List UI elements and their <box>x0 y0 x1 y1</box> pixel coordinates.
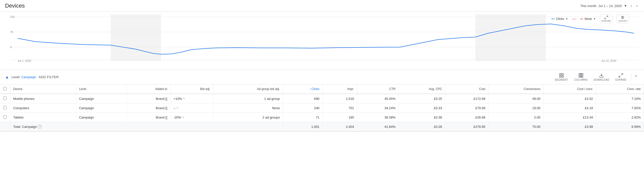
row1-impr: 1,518 <box>323 94 357 103</box>
segment-icon <box>559 73 564 78</box>
col-conv-rate[interactable]: Conv. rate <box>596 84 644 94</box>
none-line-color <box>580 19 583 19</box>
columns-button[interactable]: COLUMNS <box>572 72 590 82</box>
date-dropdown-icon[interactable]: ▼ <box>624 4 627 8</box>
data-table-wrapper: Device Level Added to Bid adj. Ad group … <box>0 84 644 132</box>
row1-avg-cpc: £0.25 <box>399 94 445 103</box>
legend-none[interactable]: None ▼ <box>580 17 596 21</box>
row2-checkbox-cell[interactable] <box>0 103 10 113</box>
row1-clicks: 690 <box>283 94 323 103</box>
columns-label: COLUMNS <box>574 78 588 81</box>
col-cost[interactable]: Cost <box>445 84 489 94</box>
svg-point-6 <box>623 17 624 18</box>
row2-checkbox[interactable] <box>3 106 7 109</box>
col-ctr[interactable]: CTR <box>357 84 399 94</box>
legend-none-label: None <box>585 17 592 21</box>
pencil-icon[interactable]: ✎ <box>182 116 184 119</box>
total-label-cell: Total: Campaign ? <box>10 122 170 132</box>
total-label: Total: Campaign <box>13 125 37 129</box>
adjust-chart-button[interactable]: ADJUST <box>617 14 629 23</box>
date-prev-button[interactable]: ‹ <box>629 3 633 9</box>
date-selector[interactable]: This month Jul 1 – 14, 2020 ▼ ‹ › <box>580 3 639 9</box>
row3-clicks: 71 <box>283 113 323 122</box>
svg-point-5 <box>622 16 622 17</box>
row1-ctr: 45.45% <box>357 94 399 103</box>
select-all-checkbox[interactable] <box>3 87 7 90</box>
col-ad-group-bid-adj[interactable]: Ad group bid adj. <box>213 84 283 94</box>
row3-conv-rate: 2.82% <box>596 113 644 122</box>
total-ad-group-bid-adj <box>213 122 283 132</box>
row2-clicks: 240 <box>283 103 323 113</box>
col-avg-cpc[interactable]: Avg. CPC <box>399 84 445 94</box>
row2-impr: 701 <box>323 103 357 113</box>
toolbar-actions: SEGMENT COLUMNS DOWNLOAD EXPAND ⌃ <box>552 72 639 82</box>
col-bid-adj[interactable]: Bid adj. <box>170 84 213 94</box>
row3-ad-group-bid-adj: 2 ad groups <box>213 113 283 122</box>
info-icon[interactable]: ? <box>38 125 42 129</box>
row1-checkbox-cell[interactable] <box>0 94 10 103</box>
col-device: Device <box>10 84 76 94</box>
svg-rect-17 <box>562 76 563 77</box>
col-cost-per-conv[interactable]: Cost / conv. <box>544 84 596 94</box>
date-range: Jul 1 – 14, 2020 <box>598 4 622 8</box>
col-impr[interactable]: Impr. <box>323 84 357 94</box>
download-button[interactable]: DOWNLOAD <box>591 72 612 82</box>
row1-conversions: 49.00 <box>489 94 544 103</box>
svg-rect-15 <box>562 74 563 75</box>
toolbar-divider <box>631 73 631 81</box>
total-cost: £278.95 <box>445 122 489 132</box>
none-dropdown-icon[interactable]: ▼ <box>593 17 596 20</box>
filter-area: ▲ Level: Campaign ADD FILTER <box>5 75 59 79</box>
pencil-icon[interactable]: ✎ <box>183 97 185 100</box>
total-cost-per-conv: £3.99 <box>544 122 596 132</box>
add-filter-button[interactable]: ADD FILTER <box>38 75 59 79</box>
row1-cost: £172.69 <box>445 94 489 103</box>
row2-cost-per-conv: £4.19 <box>544 103 596 113</box>
legend-clicks[interactable]: Clicks ▼ <box>551 17 568 21</box>
expand-chart-label: EXPAND <box>602 20 611 22</box>
svg-line-0 <box>607 16 608 17</box>
collapse-icon[interactable]: ⌃ <box>633 73 639 81</box>
svg-line-22 <box>621 74 623 75</box>
col-clicks[interactable]: ↓Clicks <box>283 84 323 94</box>
toolbar: ▲ Level: Campaign ADD FILTER SEGMENT COL… <box>0 70 644 84</box>
legend-clicks-label: Clicks <box>556 17 564 21</box>
row2-conversions: 19.00 <box>489 103 544 113</box>
date-next-button[interactable]: › <box>635 3 639 9</box>
sort-arrow: ↓ <box>309 87 311 91</box>
filter-icon[interactable]: ▲ <box>5 75 9 79</box>
clicks-line-color <box>551 19 554 19</box>
expand-table-label: EXPAND <box>616 78 626 81</box>
row3-cost: £26.68 <box>445 113 489 122</box>
col-level: Level <box>76 84 127 94</box>
row1-device: Mobile phones <box>10 94 76 103</box>
segment-button[interactable]: SEGMENT <box>552 72 571 82</box>
row3-checkbox-cell[interactable] <box>0 113 10 122</box>
col-conversions[interactable]: Conversions <box>489 84 544 94</box>
total-row: Total: Campaign ? 1,001 2,404 41.64% £0.… <box>0 122 644 132</box>
table-row: Mobile phones Campaign Brand [] +10% ✎ 1… <box>0 94 644 103</box>
legend-separator: — <box>572 17 576 21</box>
total-impr: 2,404 <box>323 122 357 132</box>
x-label-start: Jul 1, 2020 <box>18 59 31 62</box>
row3-checkbox[interactable] <box>3 115 7 119</box>
columns-icon <box>578 73 583 78</box>
total-bid-adj <box>170 122 213 132</box>
y-label-75: 75 <box>10 31 13 34</box>
col-added-to: Added to <box>127 84 170 94</box>
pencil-icon[interactable]: ✎ <box>176 106 179 110</box>
svg-rect-20 <box>582 74 583 77</box>
row1-cost-per-conv: £3.52 <box>544 94 596 103</box>
row2-level: Campaign <box>76 103 127 113</box>
segment-label: SEGMENT <box>555 78 568 81</box>
row2-ctr: 34.24% <box>357 103 399 113</box>
table-row: Tablets Campaign Brand [] -20% ✎ 2 ad gr… <box>0 113 644 122</box>
select-all-header[interactable] <box>0 84 10 94</box>
row2-bid-adj: – ✎ <box>170 103 213 113</box>
clicks-dropdown-icon[interactable]: ▼ <box>566 17 568 20</box>
level-value[interactable]: Campaign <box>21 75 36 79</box>
row1-checkbox[interactable] <box>3 97 7 100</box>
row1-added-to: Brand [] <box>127 94 170 103</box>
expand-chart-button[interactable]: EXPAND <box>600 14 613 23</box>
expand-table-button[interactable]: EXPAND <box>613 72 629 82</box>
